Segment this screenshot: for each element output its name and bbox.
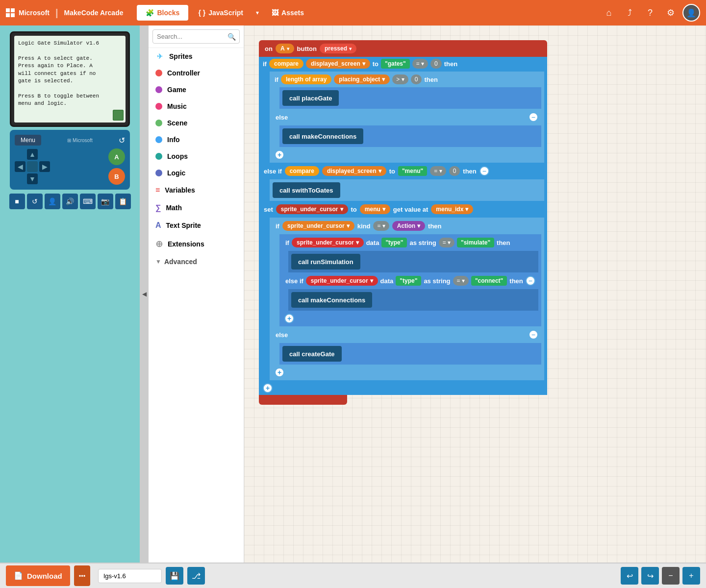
elseif2-minus-btn[interactable]: − — [526, 276, 535, 286]
if2-op-pill[interactable]: > ▾ — [392, 74, 408, 84]
sidebar-item-controller[interactable]: Controller — [149, 65, 244, 81]
sidebar-item-text-sprite[interactable]: A Text Sprite — [149, 217, 244, 234]
dpad-left-btn[interactable]: ◀ — [15, 161, 25, 172]
download-more-btn[interactable]: ••• — [74, 565, 91, 586]
sim-a-button[interactable]: A — [108, 148, 125, 165]
if4-body: call runSimulation — [288, 251, 538, 272]
elseif1-op-pill[interactable]: = ▾ — [430, 166, 446, 176]
sidebar-item-info[interactable]: Info — [149, 131, 244, 148]
pressed-pill[interactable]: pressed ▾ — [320, 44, 356, 53]
call-makeConnections-block[interactable]: call makeConnections — [282, 128, 363, 144]
if1-add-btn[interactable]: + — [263, 383, 273, 393]
sim-restart-btn[interactable]: ↺ — [27, 194, 43, 209]
if2-var-pill[interactable]: placing_object ▾ — [334, 74, 390, 84]
if2-minus-btn[interactable]: − — [529, 112, 538, 122]
set-var-pill[interactable]: sprite_under_cursor ▾ — [276, 204, 348, 214]
sim-copy-btn[interactable]: 📋 — [115, 194, 131, 209]
if3-var-pill[interactable]: sprite_under_cursor ▾ — [282, 221, 354, 231]
if1-val-pill[interactable]: "gates" — [381, 59, 410, 69]
sim-keyboard-btn[interactable]: ⌨ — [80, 194, 96, 209]
if3-op-pill[interactable]: = ▾ — [373, 221, 389, 231]
if4-val-pill[interactable]: "simulate" — [457, 238, 494, 247]
dpad-right-btn[interactable]: ▶ — [39, 161, 50, 172]
elseif1-val-pill[interactable]: "menu" — [398, 166, 427, 176]
sidebar-item-music[interactable]: Music — [149, 98, 244, 115]
settings-btn[interactable]: ⚙ — [662, 4, 680, 22]
elseif2-op-pill[interactable]: = ▾ — [453, 276, 469, 286]
dpad-up-btn[interactable]: ▲ — [27, 149, 38, 160]
sim-screenshot-btn[interactable]: 📷 — [98, 194, 113, 209]
save-btn[interactable]: 💾 — [166, 567, 183, 585]
if2-num-pill[interactable]: 0 — [411, 74, 422, 84]
if1-var-pill[interactable]: displayed_screen ▾ — [306, 59, 370, 69]
if4-add-btn[interactable]: + — [284, 314, 294, 323]
sidebar-item-sprites[interactable]: ✈ Sprites — [149, 48, 244, 65]
block-canvas[interactable]: on A ▾ button pressed ▾ if — [244, 25, 706, 563]
set-idx-pill[interactable]: menu_idx ▾ — [431, 204, 473, 214]
if3-add-btn[interactable]: + — [275, 368, 284, 377]
elseif2-val-pill[interactable]: "connect" — [471, 276, 507, 286]
if1-num-pill[interactable]: 0 — [430, 59, 442, 69]
undo-btn[interactable]: ↩ — [621, 567, 638, 585]
sidebar-item-loops[interactable]: Loops — [149, 148, 244, 165]
if1-compare-pill[interactable]: compare — [269, 59, 303, 69]
sidebar-item-scene[interactable]: Scene — [149, 115, 244, 131]
if1-op-pill[interactable]: = ▾ — [412, 59, 428, 69]
tab-javascript[interactable]: { } JavaScript — [189, 5, 252, 21]
sim-ab-buttons: A B — [108, 148, 125, 185]
button-a-pill[interactable]: A ▾ — [276, 44, 294, 53]
zoom-plus-btn[interactable]: + — [682, 567, 700, 585]
dpad-down-btn[interactable]: ▼ — [27, 173, 38, 184]
help-btn[interactable]: ? — [641, 4, 659, 22]
sim-sprite-btn[interactable]: 👤 — [45, 194, 60, 209]
call-placeGate-block[interactable]: call placeGate — [282, 90, 339, 106]
home-btn[interactable]: ⌂ — [600, 4, 618, 22]
elseif1-minus-btn[interactable]: − — [479, 166, 489, 176]
redo-btn[interactable]: ↪ — [641, 567, 659, 585]
share-btn[interactable]: ⤴ — [621, 4, 638, 22]
if1-add-row: + — [259, 381, 547, 395]
if4-key-pill[interactable]: "type" — [381, 238, 407, 247]
if1-to-label: to — [373, 60, 378, 68]
tab-blocks[interactable]: 🧩 Blocks — [137, 5, 188, 21]
game-icon — [155, 86, 162, 93]
set-menu-pill[interactable]: menu ▾ — [360, 204, 390, 214]
sim-b-button[interactable]: B — [108, 168, 125, 185]
github-btn[interactable]: ⎇ — [187, 567, 205, 585]
sim-refresh-btn[interactable]: ↺ — [119, 136, 125, 145]
if3-action-pill[interactable]: Action ▾ — [392, 221, 425, 231]
tab-dropdown-btn[interactable]: ▾ — [253, 5, 262, 21]
if2-add-btn[interactable]: + — [275, 150, 284, 160]
sim-sound-btn[interactable]: 🔊 — [62, 194, 78, 209]
if4-op-pill[interactable]: = ▾ — [439, 238, 454, 247]
call-makeConnections2-block[interactable]: call makeConnections — [291, 292, 372, 308]
zoom-minus-btn[interactable]: − — [662, 567, 680, 585]
pill-chevron-icon: ▾ — [287, 46, 289, 51]
if4-var-pill[interactable]: sprite_under_cursor ▾ — [292, 238, 364, 247]
elseif1-num-pill[interactable]: 0 — [449, 166, 460, 176]
call-swithToGates-block[interactable]: call swithToGates — [273, 182, 340, 198]
sim-stop-btn[interactable]: ■ — [9, 194, 25, 209]
elseif2-key-pill[interactable]: "type" — [396, 276, 421, 286]
sidebar-item-game[interactable]: Game — [149, 81, 244, 98]
avatar[interactable]: 👤 — [682, 4, 700, 22]
download-btn[interactable]: 📄 Download — [6, 565, 70, 586]
tab-assets[interactable]: 🖼 Assets — [263, 5, 313, 21]
dpad-center-btn[interactable] — [27, 161, 38, 172]
sim-menu-btn[interactable]: Menu — [15, 135, 41, 146]
call-createGate-block[interactable]: call createGate — [282, 346, 342, 362]
sidebar-item-logic[interactable]: Logic — [149, 165, 244, 181]
sidebar-collapse-btn[interactable]: ◀ — [140, 25, 149, 563]
sidebar-item-extensions[interactable]: ⊕ Extensions — [149, 234, 244, 254]
event-on-label: on — [265, 45, 273, 52]
loops-icon — [155, 153, 162, 160]
call-runSimulation-block[interactable]: call runSimulation — [291, 254, 360, 270]
filename-input[interactable] — [98, 569, 162, 583]
search-input[interactable] — [152, 29, 240, 44]
elseif2-var-pill[interactable]: sprite_under_cursor ▾ — [306, 276, 378, 286]
else2-minus-btn[interactable]: − — [529, 330, 538, 340]
sidebar-item-variables[interactable]: ≡ Variables — [149, 181, 244, 199]
elseif1-var-pill[interactable]: displayed_screen ▾ — [322, 166, 386, 176]
sidebar-item-advanced[interactable]: ▼ Advanced — [149, 254, 244, 270]
sidebar-item-math[interactable]: ∑ Math — [149, 199, 244, 217]
